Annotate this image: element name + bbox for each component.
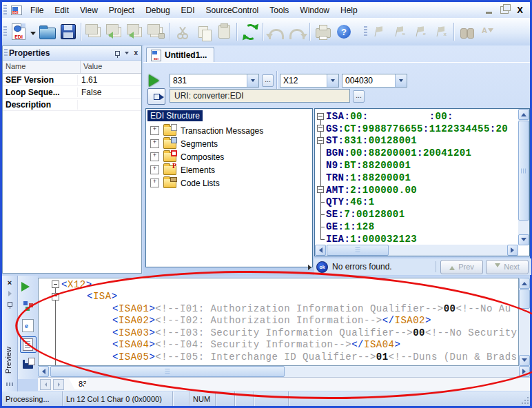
collapse-icon[interactable] xyxy=(52,280,59,288)
import-window-icon[interactable] xyxy=(105,21,125,42)
expand-icon[interactable]: + xyxy=(150,165,159,174)
pin-icon[interactable] xyxy=(115,51,120,56)
edi-segment-row[interactable]: GS:CT:9988776655:1122334455:20 xyxy=(315,123,518,135)
property-row[interactable]: Description xyxy=(3,99,141,111)
fold-gutter[interactable] xyxy=(39,278,61,291)
pin-icon[interactable] xyxy=(8,302,12,307)
collapse-icon[interactable] xyxy=(52,293,59,300)
close-icon[interactable]: x xyxy=(134,50,138,57)
tree-item-segments[interactable]: +Segments xyxy=(146,137,312,150)
run-preview-button[interactable] xyxy=(20,278,37,295)
fold-gutter[interactable] xyxy=(315,147,326,159)
edi-vertical-scrollbar[interactable] xyxy=(518,109,529,245)
edi-segment-row[interactable]: N9:BT:88200001 xyxy=(315,159,518,172)
fold-gutter[interactable] xyxy=(315,110,326,123)
goto-uri-button[interactable] xyxy=(147,88,165,105)
resize-grip[interactable] xyxy=(522,397,529,404)
prev-error-button[interactable]: Prev xyxy=(440,260,483,274)
expand-icon[interactable]: + xyxy=(150,139,159,148)
edi-segment-row[interactable]: BGN:00:88200001:20041201 xyxy=(315,147,518,159)
tab-untitled1[interactable]: Untitled1... xyxy=(146,47,214,63)
menu-item-edit[interactable]: Edit xyxy=(49,3,74,17)
scroll-down-icon[interactable] xyxy=(518,234,529,245)
edi-horizontal-scrollbar[interactable] xyxy=(315,245,518,256)
uri-browse-button[interactable]: ... xyxy=(353,90,365,103)
menu-item-file[interactable]: File xyxy=(25,3,49,17)
scroll-left-icon[interactable] xyxy=(38,366,49,377)
fold-gutter[interactable] xyxy=(315,184,326,196)
toolbar-grip-2[interactable] xyxy=(364,26,367,37)
browser-preview-icon[interactable] xyxy=(20,317,37,334)
chevron-down-icon[interactable] xyxy=(125,52,129,57)
edi-segment-row[interactable]: TRN:1:88200001 xyxy=(315,172,518,184)
version-combo[interactable]: 004030 xyxy=(342,74,407,88)
text-preview-icon[interactable] xyxy=(20,336,37,353)
minimize-button[interactable] xyxy=(486,12,492,14)
tab-scroll-left-icon[interactable] xyxy=(40,379,51,390)
code-line[interactable]: <ISA03><!--I03: Security Information Qua… xyxy=(39,327,518,339)
expand-arrow-icon[interactable] xyxy=(8,291,14,296)
fold-gutter[interactable] xyxy=(315,233,326,245)
edi-segment-row[interactable]: QTY:46:1 xyxy=(315,196,518,209)
tree-root-edi-structure[interactable]: EDI Structure xyxy=(147,110,203,121)
menu-item-project[interactable]: Project xyxy=(103,3,140,17)
refresh-convert-button[interactable] xyxy=(240,21,260,42)
tab-scroll-right-icon[interactable] xyxy=(53,379,64,390)
uri-field[interactable]: URI: converter:EDI xyxy=(170,89,350,103)
close-button[interactable]: X xyxy=(517,6,523,14)
toolbar-grip[interactable] xyxy=(3,26,7,37)
standard-combo[interactable]: X12 xyxy=(280,74,339,88)
new-window-icon[interactable] xyxy=(84,21,105,42)
scroll-right-icon[interactable] xyxy=(519,366,530,377)
fold-gutter[interactable] xyxy=(39,339,61,351)
next-error-button[interactable]: Next xyxy=(486,260,529,274)
code-line[interactable]: <ISA02><!--I02: Authorization Informatio… xyxy=(39,315,518,327)
restore-button[interactable] xyxy=(500,6,509,14)
transaction-set-combo[interactable]: 831 xyxy=(170,74,259,88)
scrollbar-thumb[interactable] xyxy=(519,289,530,309)
code-line[interactable]: <ISA01><!--I01: Authorization Informatio… xyxy=(39,303,518,315)
expand-icon[interactable]: + xyxy=(150,178,159,187)
property-row[interactable]: SEF Version1.61 xyxy=(3,74,141,86)
properties-grip[interactable] xyxy=(4,49,8,57)
code-horizontal-scrollbar[interactable] xyxy=(38,366,530,377)
fold-gutter[interactable] xyxy=(315,196,326,209)
edi-segment-row[interactable]: AMT:2:100000.00 xyxy=(315,184,518,196)
fold-gutter[interactable] xyxy=(315,123,326,135)
fold-gutter[interactable] xyxy=(315,172,326,184)
code-vertical-scrollbar[interactable] xyxy=(519,278,530,366)
tree-item-composites[interactable]: +Composites xyxy=(146,150,312,163)
scrollbar-thumb[interactable] xyxy=(50,366,285,377)
code-line[interactable]: <ISA> xyxy=(39,291,518,303)
splitter-handle[interactable] xyxy=(308,265,314,270)
open-button[interactable] xyxy=(37,21,58,42)
menubar-grip[interactable] xyxy=(3,5,7,16)
menu-item-help[interactable]: Help xyxy=(335,3,363,17)
scrollbar-thumb[interactable] xyxy=(327,245,389,256)
code-line[interactable]: <ISA04><!--I04: Security Information--><… xyxy=(39,339,518,351)
edi-segment-row[interactable]: ISA:00: :00: xyxy=(315,110,518,123)
chevron-down-icon[interactable] xyxy=(395,74,407,87)
code-line[interactable]: <X12> xyxy=(39,278,518,291)
tree-item-elements[interactable]: +Elements xyxy=(146,163,312,176)
menu-item-debug[interactable]: Debug xyxy=(140,3,175,17)
fold-gutter[interactable] xyxy=(39,291,61,303)
scroll-right-icon[interactable] xyxy=(507,245,518,256)
edi-segment-row[interactable]: IEA:1:000032123 xyxy=(315,233,518,245)
help-button[interactable]: ? xyxy=(334,21,354,42)
fold-gutter[interactable] xyxy=(315,159,326,172)
menu-item-edi[interactable]: EDI xyxy=(176,3,201,17)
save-output-icon[interactable] xyxy=(20,356,37,372)
browse-button[interactable]: ... xyxy=(262,74,274,87)
expand-icon[interactable]: + xyxy=(150,152,159,161)
code-line[interactable]: <ISA05><!--I05: Interchange ID Qualifier… xyxy=(39,351,518,363)
export-window-icon[interactable] xyxy=(125,21,146,42)
scrollbar-thumb[interactable] xyxy=(518,121,529,221)
tree-item-code-lists[interactable]: +Code Lists xyxy=(146,176,312,190)
edi-segment-row[interactable]: GE:1:128 xyxy=(315,221,518,233)
fold-gutter[interactable] xyxy=(39,315,61,327)
segments-view-icon[interactable] xyxy=(20,298,37,314)
close-icon[interactable]: × xyxy=(2,278,17,287)
fold-gutter[interactable] xyxy=(39,327,61,339)
run-play-button[interactable] xyxy=(149,74,165,87)
